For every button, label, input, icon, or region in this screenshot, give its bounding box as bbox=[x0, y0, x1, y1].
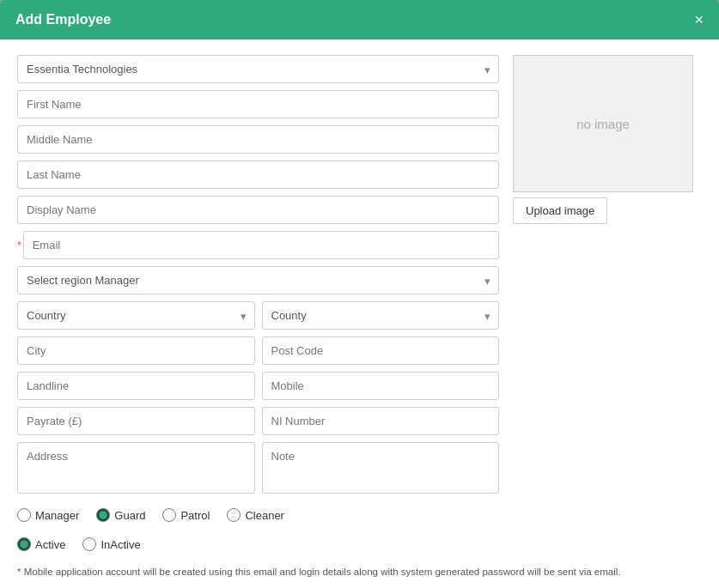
mobile-col bbox=[262, 372, 500, 400]
upload-image-button[interactable]: Upload image bbox=[513, 197, 607, 224]
address-textarea[interactable] bbox=[17, 442, 255, 494]
country-county-row: Country County bbox=[17, 301, 499, 330]
manager-radio[interactable] bbox=[17, 508, 31, 522]
landline-input[interactable] bbox=[17, 372, 255, 400]
landline-mobile-row bbox=[17, 372, 499, 400]
email-input[interactable] bbox=[23, 231, 499, 259]
modal-body: Essentia Technologies * bbox=[0, 39, 719, 588]
region-manager-select-wrapper: Select region Manager bbox=[17, 266, 499, 294]
modal-title: Add Employee bbox=[15, 12, 111, 27]
status-inactive[interactable]: InActive bbox=[82, 537, 140, 551]
role-radio-group: Manager Guard Patrol Cleaner bbox=[17, 505, 702, 525]
city-postcode-row bbox=[17, 336, 499, 365]
modal-header: Add Employee × bbox=[0, 0, 719, 39]
guard-label: Guard bbox=[114, 509, 145, 522]
cleaner-radio[interactable] bbox=[227, 508, 241, 522]
country-select[interactable]: Country bbox=[17, 301, 255, 330]
guard-radio[interactable] bbox=[96, 508, 110, 522]
postcode-col bbox=[262, 336, 500, 365]
top-section: Essentia Technologies * bbox=[17, 55, 702, 496]
role-cleaner[interactable]: Cleaner bbox=[227, 508, 284, 522]
mobile-input[interactable] bbox=[262, 372, 500, 400]
add-employee-modal: Add Employee × Essentia Technologies bbox=[0, 0, 719, 588]
left-form: Essentia Technologies * bbox=[17, 55, 499, 496]
manager-label: Manager bbox=[35, 509, 79, 522]
landline-col bbox=[17, 372, 255, 400]
county-select[interactable]: County bbox=[262, 301, 500, 330]
role-patrol[interactable]: Patrol bbox=[162, 508, 210, 522]
required-star: * bbox=[17, 239, 21, 252]
payrate-ni-row bbox=[17, 407, 499, 435]
region-manager-select[interactable]: Select region Manager bbox=[17, 266, 499, 294]
city-col bbox=[17, 336, 255, 365]
patrol-label: Patrol bbox=[180, 509, 210, 522]
last-name-input[interactable] bbox=[17, 161, 499, 189]
right-image-section: no image Upload image bbox=[513, 55, 702, 496]
notice-text: * Mobile application account will be cre… bbox=[17, 563, 702, 580]
status-radio-group: Active InActive bbox=[17, 534, 702, 555]
active-label: Active bbox=[35, 538, 65, 551]
payrate-col bbox=[17, 407, 255, 435]
ni-number-input[interactable] bbox=[262, 407, 500, 435]
postcode-input[interactable] bbox=[262, 336, 500, 365]
role-manager[interactable]: Manager bbox=[17, 508, 79, 522]
display-name-input[interactable] bbox=[17, 196, 499, 224]
active-radio[interactable] bbox=[17, 537, 31, 551]
cleaner-label: Cleaner bbox=[245, 509, 284, 522]
inactive-radio[interactable] bbox=[82, 537, 96, 551]
address-col bbox=[17, 442, 255, 496]
inactive-label: InActive bbox=[101, 538, 140, 551]
image-placeholder: no image bbox=[513, 55, 693, 192]
first-name-input[interactable] bbox=[17, 90, 499, 118]
company-select-wrapper: Essentia Technologies bbox=[17, 55, 499, 83]
country-select-wrapper: Country bbox=[17, 301, 255, 330]
city-input[interactable] bbox=[17, 336, 255, 365]
email-row: * bbox=[17, 231, 499, 259]
county-select-wrapper: County bbox=[262, 301, 500, 330]
middle-name-input[interactable] bbox=[17, 125, 499, 154]
company-select[interactable]: Essentia Technologies bbox=[17, 55, 499, 83]
no-image-text: no image bbox=[576, 117, 630, 131]
note-textarea[interactable] bbox=[262, 442, 500, 494]
patrol-radio[interactable] bbox=[162, 508, 176, 522]
role-guard[interactable]: Guard bbox=[96, 508, 145, 522]
payrate-input[interactable] bbox=[17, 407, 255, 435]
ni-number-col bbox=[262, 407, 500, 435]
status-active[interactable]: Active bbox=[17, 537, 65, 551]
address-note-row bbox=[17, 442, 499, 496]
note-col bbox=[262, 442, 500, 496]
close-button[interactable]: × bbox=[694, 12, 704, 27]
